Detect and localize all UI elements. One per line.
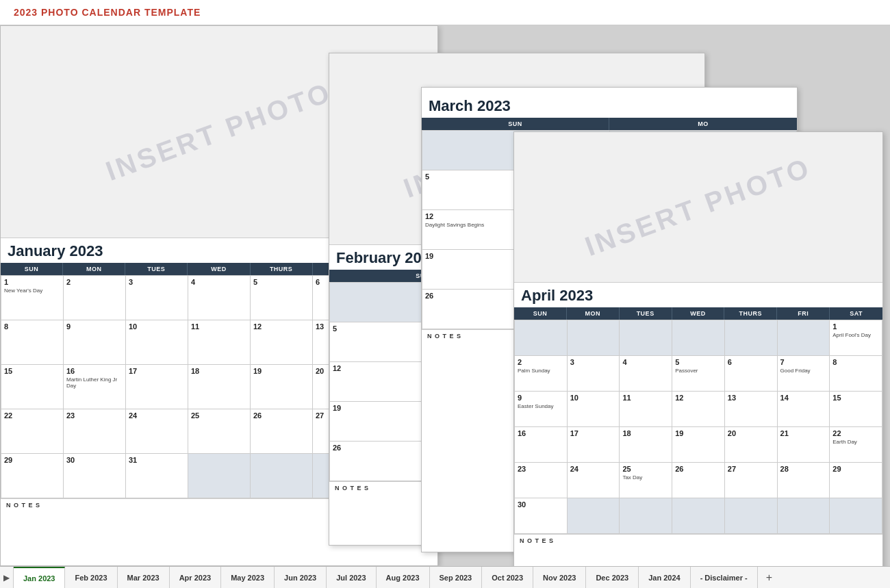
apr-cell	[568, 320, 620, 356]
jan-day-header: SUN	[1, 263, 63, 275]
apr-day-header: TUES	[620, 307, 672, 320]
jan-cell: 1New Year's Day	[1, 276, 64, 320]
apr-cell	[778, 320, 830, 356]
apr-cell: 28	[778, 463, 830, 498]
jan-cell: 10	[126, 320, 188, 365]
jan-cell: 24	[126, 409, 188, 454]
main-content: INSERT PHOTO January 2023 SUNMONTUESWEDT…	[0, 25, 890, 566]
apr-cell: 4	[620, 356, 672, 392]
jan-cell: 29	[1, 454, 64, 498]
tab-item[interactable]: Apr 2023	[170, 567, 221, 588]
jan-cell: 15	[1, 365, 64, 409]
page-title: 2023 PHOTO CALENDAR TEMPLATE	[0, 0, 890, 25]
apr-calendar-grid: 1April Fool's Day2Palm Sunday345Passover…	[514, 320, 882, 534]
tab-item[interactable]: Oct 2023	[482, 567, 533, 588]
jan-cell: 22	[1, 409, 64, 454]
apr-day-header: SUN	[514, 307, 567, 320]
apr-cell: 21	[778, 427, 830, 463]
apr-cell: 29	[830, 463, 882, 498]
apr-cell: 5Passover	[672, 356, 725, 392]
jan-cell: 2	[64, 276, 126, 320]
jan-cell: 19	[251, 365, 313, 409]
apr-month-title: April 2023	[514, 283, 882, 307]
apr-cell: 19	[672, 427, 725, 463]
tab-item[interactable]: Jan 2024	[639, 567, 690, 588]
jan-cell: 17	[126, 365, 188, 409]
tab-item[interactable]: Mar 2023	[118, 567, 170, 588]
apr-day-header: WED	[672, 307, 725, 320]
jan-cell: 26	[251, 409, 313, 454]
apr-day-header: FRI	[777, 307, 830, 320]
jan-cell: 31	[126, 454, 188, 498]
apr-cell: 6	[725, 356, 778, 392]
jan-cell: 25	[188, 409, 251, 454]
apr-cell	[620, 320, 672, 356]
apr-cell: 22Earth Day	[830, 427, 882, 463]
apr-cell: 26	[672, 463, 725, 498]
jan-day-header: MON	[63, 263, 125, 275]
apr-day-header: SAT	[830, 307, 882, 320]
tab-bar: ▶ Jan 2023Feb 2023Mar 2023Apr 2023May 20…	[0, 566, 890, 588]
apr-cell: 23	[515, 463, 568, 498]
apr-cell	[778, 498, 830, 534]
apr-cell	[672, 320, 725, 356]
apr-day-header: THURS	[724, 307, 777, 320]
apr-cell	[672, 498, 725, 534]
tab-item[interactable]: Nov 2023	[533, 567, 586, 588]
tab-item[interactable]: May 2023	[221, 567, 275, 588]
jan-day-header: THURS	[251, 263, 313, 275]
jan-cell: 30	[64, 454, 126, 498]
jan-cell: 23	[64, 409, 126, 454]
tab-item[interactable]: Sep 2023	[430, 567, 483, 588]
apr-watermark: INSERT PHOTO	[581, 152, 815, 262]
mar-day-header: SUN	[422, 118, 609, 130]
apr-cell	[830, 498, 882, 534]
apr-day-header: MON	[567, 307, 620, 320]
title-text: 2023 PHOTO CALENDAR TEMPLATE	[14, 7, 201, 18]
apr-cell	[725, 498, 778, 534]
tab-item[interactable]: Aug 2023	[377, 567, 430, 588]
apr-cell: 10	[568, 392, 620, 427]
apr-cell: 17	[568, 427, 620, 463]
apr-cell: 16	[515, 427, 568, 463]
jan-cell: 8	[1, 320, 64, 365]
tab-add-button[interactable]: +	[758, 567, 780, 588]
jan-day-header: WED	[188, 263, 250, 275]
jan-cell: 4	[188, 276, 251, 320]
apr-cell: 24	[568, 463, 620, 498]
jan-cell: 5	[251, 276, 313, 320]
apr-cell: 13	[725, 392, 778, 427]
tab-item[interactable]: Jan 2023	[14, 567, 65, 588]
apr-cell: 30	[515, 498, 568, 534]
apr-cell	[515, 320, 568, 356]
jan-watermark: INSERT PHOTO	[102, 77, 336, 187]
apr-cell: 11	[620, 392, 672, 427]
mar-day-header: MO	[609, 118, 797, 130]
apr-photo-area: INSERT PHOTO	[514, 132, 882, 283]
apr-cell: 8	[830, 356, 882, 392]
apr-cell: 12	[672, 392, 725, 427]
jan-day-header: TUES	[125, 263, 188, 275]
apr-day-headers: SUNMONTUESWEDTHURSFRISAT	[514, 307, 882, 320]
jan-cell: 16Martin Luther King Jr Day	[64, 365, 126, 409]
tab-item[interactable]: Jun 2023	[275, 567, 327, 588]
apr-cell: 7Good Friday	[778, 356, 830, 392]
tab-item[interactable]: Dec 2023	[586, 567, 639, 588]
tab-item[interactable]: Jul 2023	[327, 567, 376, 588]
apr-cell: 1April Fool's Day	[830, 320, 882, 356]
apr-cell: 18	[620, 427, 672, 463]
tab-item[interactable]: Feb 2023	[65, 567, 117, 588]
tabs-container: Jan 2023Feb 2023Mar 2023Apr 2023May 2023…	[14, 567, 758, 588]
apr-cell: 14	[778, 392, 830, 427]
apr-cell	[568, 498, 620, 534]
apr-notes: N O T E S	[514, 534, 882, 547]
tab-nav-arrow[interactable]: ▶	[0, 567, 14, 588]
apr-cell: 9Easter Sunday	[515, 392, 568, 427]
tab-item[interactable]: - Disclaimer -	[691, 567, 758, 588]
apr-cell: 2Palm Sunday	[515, 356, 568, 392]
apr-cell	[620, 498, 672, 534]
jan-cell	[251, 454, 313, 498]
apr-cell: 3	[568, 356, 620, 392]
jan-cell	[188, 454, 251, 498]
jan-cell: 9	[64, 320, 126, 365]
